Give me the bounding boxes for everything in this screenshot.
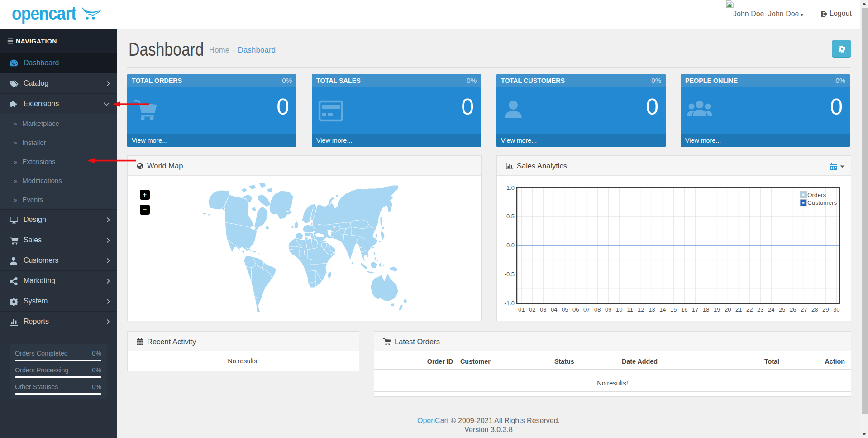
svg-text:29: 29 (822, 306, 829, 313)
svg-text:20: 20 (725, 306, 731, 313)
svg-text:-0.5: -0.5 (505, 271, 515, 278)
svg-text:17: 17 (692, 306, 698, 313)
svg-text:04: 04 (551, 306, 557, 313)
svg-text:0.0: 0.0 (506, 242, 515, 249)
svg-text:30: 30 (833, 306, 839, 313)
svg-text:01: 01 (518, 306, 525, 313)
svg-text:07: 07 (583, 306, 590, 313)
svg-text:19: 19 (714, 306, 720, 313)
svg-text:1.0: 1.0 (506, 184, 515, 191)
svg-text:15: 15 (670, 306, 677, 313)
svg-text:25: 25 (779, 306, 785, 313)
svg-text:27: 27 (801, 306, 807, 313)
svg-text:13: 13 (649, 306, 655, 313)
svg-text:23: 23 (757, 306, 763, 313)
svg-text:0.5: 0.5 (506, 213, 515, 220)
svg-text:16: 16 (681, 306, 687, 313)
svg-text:22: 22 (746, 306, 753, 313)
svg-text:06: 06 (572, 306, 579, 313)
svg-text:11: 11 (627, 306, 634, 313)
svg-text:Orders: Orders (807, 192, 826, 198)
svg-text:12: 12 (638, 306, 644, 313)
svg-text:09: 09 (605, 306, 611, 313)
svg-text:28: 28 (811, 306, 818, 313)
svg-text:02: 02 (529, 306, 535, 313)
svg-text:-1.0: -1.0 (505, 300, 515, 307)
svg-text:08: 08 (594, 306, 601, 313)
svg-text:21: 21 (735, 306, 742, 313)
svg-text:24: 24 (768, 306, 774, 313)
svg-text:26: 26 (790, 306, 796, 313)
svg-text:05: 05 (562, 306, 568, 313)
svg-text:Customers: Customers (807, 199, 837, 206)
svg-text:18: 18 (703, 306, 709, 313)
svg-text:03: 03 (540, 306, 546, 313)
svg-text:10: 10 (616, 306, 622, 313)
svg-text:14: 14 (659, 306, 666, 313)
